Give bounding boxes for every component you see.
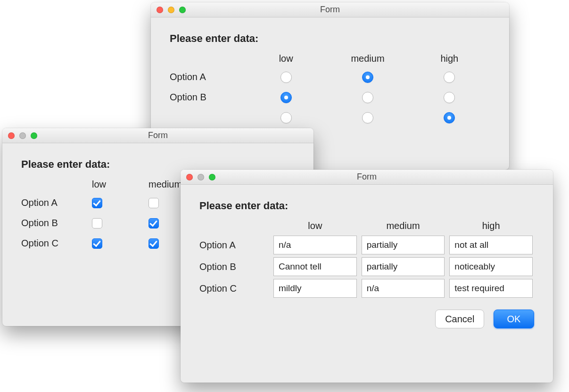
radio-c-high[interactable] [444,112,455,123]
window-title: Form [151,5,509,15]
input-a-medium[interactable] [362,236,445,254]
row-label-c: Option C [199,278,270,299]
input-a-low[interactable] [273,236,357,254]
input-c-low[interactable] [273,279,357,298]
titlebar: Form [181,170,553,185]
window-controls [157,7,186,13]
zoom-icon[interactable] [31,132,37,139]
titlebar: Form [2,128,313,143]
form-heading: Please enter data: [21,158,295,171]
form-heading: Please enter data: [170,33,490,45]
col-header-medium: medium [327,53,408,67]
form-window-text: Form Please enter data: low medium high … [181,170,553,383]
form-body: Please enter data: low medium high Optio… [181,185,553,304]
form-heading: Please enter data: [199,200,534,212]
row-label-b: Option B [21,213,92,233]
radio-b-medium[interactable] [362,92,373,103]
window-title: Form [2,131,313,140]
radio-c-medium[interactable] [362,112,373,123]
zoom-icon[interactable] [179,7,186,13]
cancel-button[interactable]: Cancel [435,310,484,328]
row-label-a: Option A [199,235,270,255]
minimize-icon[interactable] [168,7,174,13]
input-c-high[interactable] [449,279,533,298]
button-row: Cancel OK [181,304,553,341]
window-controls [186,174,215,180]
row-label-b: Option B [199,257,270,277]
radio-a-medium[interactable] [362,72,373,83]
col-header-low: low [272,220,358,234]
col-header-medium: medium [360,220,446,234]
col-header-low: low [92,179,148,193]
window-controls [8,132,37,139]
checkbox-c-medium[interactable] [148,238,159,249]
checkbox-c-low[interactable] [92,238,102,249]
radio-a-low[interactable] [280,72,292,83]
titlebar: Form [151,2,509,17]
radio-b-low[interactable] [280,92,292,103]
close-icon[interactable] [8,132,15,139]
input-b-low[interactable] [273,257,357,276]
checkbox-a-low[interactable] [92,198,102,208]
checkbox-b-medium[interactable] [148,218,159,229]
close-icon[interactable] [186,174,193,180]
col-header-high: high [409,53,490,67]
minimize-icon[interactable] [198,174,204,180]
row-label-c: Option C [21,233,92,253]
minimize-icon[interactable] [19,132,26,139]
close-icon[interactable] [157,7,163,13]
row-label-b: Option B [170,87,245,107]
row-label-a: Option A [21,193,92,213]
form-body: Please enter data: low medium high Optio… [151,17,509,142]
input-b-high[interactable] [449,257,533,276]
ok-button[interactable]: OK [494,310,534,328]
input-c-medium[interactable] [362,279,445,298]
checkbox-b-low[interactable] [92,218,102,229]
col-header-high: high [448,220,534,234]
input-a-high[interactable] [449,236,533,254]
input-b-medium[interactable] [362,257,445,276]
checkbox-a-medium[interactable] [148,198,159,208]
zoom-icon[interactable] [209,174,215,180]
row-label-a: Option A [170,67,245,87]
col-header-low: low [245,53,327,67]
radio-b-high[interactable] [444,92,455,103]
radio-c-low[interactable] [280,112,292,123]
window-title: Form [181,172,553,182]
radio-a-high[interactable] [444,72,455,83]
